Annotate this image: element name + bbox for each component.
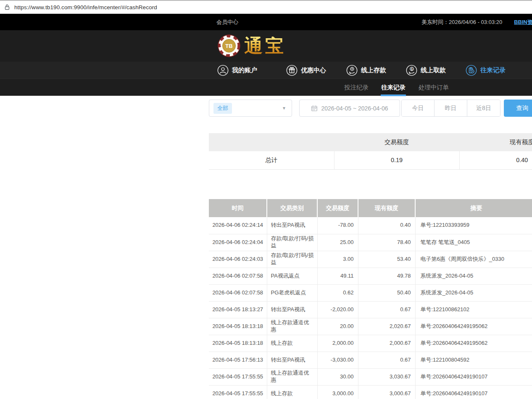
table-cell: 2026-04-05 17:55:55 <box>209 385 267 399</box>
table-cell: 笔笔存 笔笔送_0405 <box>415 234 532 251</box>
tab-cash-records[interactable]: 往来记录 <box>381 79 406 96</box>
records-column-header: 时间 <box>209 199 267 217</box>
table-cell: PG老虎机返点 <box>267 284 317 301</box>
quick-range-buttons: 今日 昨日 近8日 <box>401 100 500 117</box>
table-cell: 线上存款 <box>267 385 317 399</box>
summary-header-empty <box>209 133 334 151</box>
member-center-link[interactable]: 会员中心 <box>216 14 238 30</box>
table-cell: 20.00 <box>317 318 358 335</box>
table-cell: 0.62 <box>317 284 358 301</box>
nav-item-promotions[interactable]: 优惠中心 <box>286 62 326 79</box>
table-cell: 转出至PA视讯 <box>267 301 317 318</box>
svg-text:♦: ♦ <box>237 45 239 47</box>
table-row: 2026-04-06 02:24:04存款/取款/打码/损益25.0078.40… <box>209 234 532 251</box>
summary-table: 交易额度 现有额度 总计 0.19 0.40 <box>209 133 532 170</box>
records-column-header: 交易额度 <box>317 199 358 217</box>
nav-label: 线上取款 <box>421 66 446 74</box>
table-row: 2026-04-06 02:07:58PA视讯返点49.1149.78系统派发_… <box>209 268 532 284</box>
table-cell: 单号:122103393959 <box>415 217 532 234</box>
table-row: 2026-04-05 17:55:55线上存款3,000.003,000.67单… <box>209 385 532 399</box>
brand-name: 通宝 <box>244 37 286 55</box>
table-cell: 2,000.67 <box>358 335 415 352</box>
table-cell: 电子第6惠《周周双倍快乐》_0330 <box>415 251 532 268</box>
table-cell: 0.40 <box>358 217 415 234</box>
table-row: 2026-04-05 17:55:55线上存款通道优惠30.003,030.67… <box>209 368 532 385</box>
records-column-header: 现有额度 <box>358 199 415 217</box>
table-cell: 转出至PA视讯 <box>267 217 317 234</box>
brand-logo[interactable]: TB ♠♥♣♦ 通宝 <box>217 34 286 58</box>
table-row: 2026-04-06 02:07:58PG老虎机返点0.6250.40系统派发_… <box>209 284 532 301</box>
table-cell: 单号:202604064249190107 <box>415 368 532 385</box>
table-row: 2026-04-05 17:56:13转出至PA视讯-3,030.000.67单… <box>209 352 532 368</box>
nav-item-online-withdraw[interactable]: $ 线上取款 <box>406 62 446 79</box>
url-text[interactable]: https://www.tb190.com:9900/infe/mcenter/… <box>14 4 157 10</box>
table-cell: 25.00 <box>317 234 358 251</box>
date-range-value: 2026-04-05 ~ 2026-04-06 <box>321 105 388 112</box>
category-selected-tag[interactable]: 全部 <box>213 103 232 114</box>
table-cell: 线上存款通道优惠 <box>267 318 317 335</box>
topbar: 会员中心 美东时间：2026/04/06 - 03:03:20 BBIN资 <box>0 14 532 30</box>
table-cell: 2,020.67 <box>358 318 415 335</box>
table-cell: 3.00 <box>317 251 358 268</box>
table-cell: 0.67 <box>358 352 415 368</box>
svg-text:♥: ♥ <box>228 53 230 56</box>
table-cell: 2026-04-05 17:55:55 <box>209 368 267 385</box>
last-8-days-button[interactable]: 近8日 <box>467 100 500 116</box>
table-cell: 2026-04-05 17:56:13 <box>209 352 267 368</box>
page: https://www.tb190.com:9900/infe/mcenter/… <box>0 0 532 399</box>
withdraw-icon: $ <box>406 65 417 76</box>
summary-header-balance: 现有额度 <box>459 133 532 151</box>
svg-text:♠: ♠ <box>228 35 230 38</box>
table-cell: -78.00 <box>317 217 358 234</box>
table-row: 2026-04-05 18:13:27转出至PA视讯-2,020.000.67单… <box>209 301 532 318</box>
bbin-link[interactable]: BBIN资 <box>514 18 532 26</box>
today-button[interactable]: 今日 <box>402 100 435 116</box>
table-cell: 单号:202604064249195062 <box>415 318 532 335</box>
nav-item-cash-records[interactable]: 往来记录 <box>466 62 506 79</box>
table-row: 2026-04-06 02:24:14转出至PA视讯-78.000.40单号:1… <box>209 217 532 234</box>
date-range-input[interactable]: 2026-04-05 ~ 2026-04-06 <box>299 100 400 117</box>
table-cell: 2,000.00 <box>317 335 358 352</box>
table-cell: 30.00 <box>317 368 358 385</box>
table-row: 2026-04-06 02:24:03存款/取款/打码/损益3.0053.40电… <box>209 251 532 268</box>
table-cell: 3,030.67 <box>358 368 415 385</box>
tab-bet-records[interactable]: 投注纪录 <box>344 79 369 96</box>
nav-label: 我的账户 <box>232 66 257 74</box>
table-cell: 2026-04-06 02:24:14 <box>209 217 267 234</box>
records-icon <box>466 65 477 76</box>
table-cell: 单号:122100804592 <box>415 352 532 368</box>
table-cell: 单号:202604064249190107 <box>415 385 532 399</box>
records-column-header: 交易类别 <box>267 199 317 217</box>
chevron-down-icon: ▼ <box>282 106 286 110</box>
calendar-icon <box>311 105 318 112</box>
sub-nav: 投注纪录 往来记录 处理中订单 <box>0 79 532 96</box>
query-button[interactable]: 查询 <box>504 100 532 117</box>
logo-bar: TB ♠♥♣♦ 通宝 <box>0 30 532 62</box>
deposit-icon <box>346 65 358 76</box>
nav-item-online-deposit[interactable]: 线上存款 <box>346 62 386 79</box>
table-cell: 存款/取款/打码/损益 <box>267 234 317 251</box>
table-cell: 53.40 <box>358 251 415 268</box>
table-cell: 2026-04-06 02:07:58 <box>209 284 267 301</box>
table-cell: -2,020.00 <box>317 301 358 318</box>
summary-total-row: 总计 0.19 0.40 <box>209 151 532 169</box>
yesterday-button[interactable]: 昨日 <box>435 100 467 116</box>
table-cell: 0.67 <box>358 301 415 318</box>
table-cell: 49.78 <box>358 268 415 284</box>
user-icon <box>217 65 229 76</box>
tab-pending-orders[interactable]: 处理中订单 <box>418 79 450 96</box>
svg-text:$: $ <box>411 67 413 71</box>
table-cell: 系统派发_2026-04-05 <box>415 284 532 301</box>
category-select[interactable]: 全部 ▼ <box>209 100 292 117</box>
nav-item-my-account[interactable]: 我的账户 <box>217 62 257 79</box>
table-cell: 线上存款 <box>267 335 317 352</box>
table-cell: 存款/取款/打码/损益 <box>267 251 317 268</box>
summary-balance-total: 0.40 <box>459 151 532 169</box>
gift-icon <box>286 65 298 76</box>
tab-label: 往来记录 <box>381 84 406 92</box>
table-cell: PA视讯返点 <box>267 268 317 284</box>
main-nav: 我的账户 优惠中心 线上存款 <box>0 62 532 79</box>
table-cell: -3,030.00 <box>317 352 358 368</box>
browser-address-bar[interactable]: https://www.tb190.com:9900/infe/mcenter/… <box>0 0 532 14</box>
records-column-header: 摘要 <box>415 199 532 217</box>
